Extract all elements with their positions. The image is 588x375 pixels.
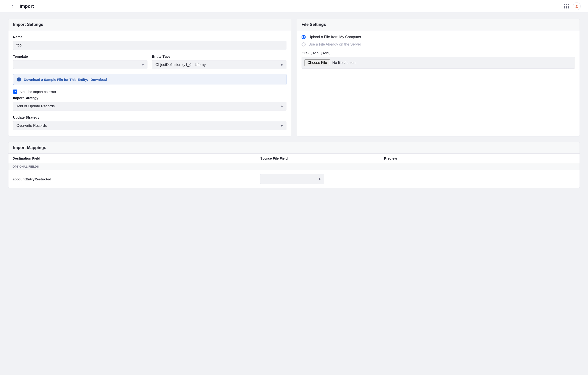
- file-status: No file chosen: [332, 61, 355, 65]
- server-radio: [302, 42, 306, 46]
- name-input[interactable]: [13, 41, 286, 50]
- entity-type-group: Entity Type ObjectDefinition (v1_0 - Lif…: [152, 55, 286, 69]
- template-select[interactable]: [13, 60, 147, 69]
- update-strategy-label: Update Strategy: [13, 115, 286, 119]
- name-group: Name: [13, 35, 286, 50]
- check-icon: [14, 90, 16, 93]
- sample-text: Download a Sample File for This Entity:: [24, 77, 88, 81]
- user-avatar[interactable]: [573, 2, 581, 10]
- mapping-src-cell: [260, 174, 384, 184]
- top-row: Import Settings Name Template: [8, 19, 580, 136]
- file-settings-body: Upload a File from My Computer Use a Fil…: [297, 31, 579, 75]
- optional-fields-label: OPTIONAL FIELDS: [9, 163, 579, 170]
- sample-file-alert: i Download a Sample File for This Entity…: [13, 74, 286, 85]
- import-strategy-group: Import Strategy Add or Update Records: [13, 96, 286, 111]
- upload-radio-row: Upload a File from My Computer: [302, 35, 575, 39]
- stop-on-error-checkbox[interactable]: [13, 89, 17, 94]
- template-group: Template: [13, 55, 147, 69]
- mapping-row: accountEntryRestricted: [9, 170, 579, 188]
- upload-radio[interactable]: [302, 35, 306, 39]
- update-strategy-select[interactable]: Overwrite Records: [13, 121, 286, 130]
- import-settings-header: Import Settings: [9, 19, 291, 31]
- upload-radio-label: Upload a File from My Computer: [308, 35, 361, 39]
- sample-download-link[interactable]: Download: [91, 77, 107, 81]
- user-icon: [575, 4, 579, 8]
- import-settings-card: Import Settings Name Template: [8, 19, 291, 136]
- col-src-header: Source File Field: [260, 156, 384, 160]
- entity-type-select[interactable]: ObjectDefinition (v1_0 - Liferay: [152, 60, 286, 69]
- topbar-right: [564, 2, 581, 10]
- back-button[interactable]: [9, 3, 16, 9]
- name-label: Name: [13, 35, 286, 39]
- import-strategy-value: Add or Update Records: [16, 104, 281, 108]
- caret-icon: [142, 63, 144, 66]
- file-group: File ( .json, .jsonl) Choose File No fil…: [302, 51, 575, 69]
- entity-type-label: Entity Type: [152, 55, 286, 58]
- mapping-headers: Destination Field Source File Field Prev…: [9, 154, 579, 163]
- stop-on-error-label: Stop the Import on Error: [20, 90, 56, 94]
- file-settings-card: File Settings Upload a File from My Comp…: [297, 19, 580, 136]
- file-input-wrap: Choose File No file chosen: [302, 57, 575, 69]
- server-radio-label: Use a File Already on the Server: [308, 42, 361, 46]
- file-label: File ( .json, .jsonl): [302, 51, 575, 55]
- caret-icon: [281, 63, 283, 67]
- server-radio-row: Use a File Already on the Server: [302, 42, 575, 46]
- caret-icon: [281, 104, 283, 108]
- page-title: Import: [20, 4, 34, 9]
- import-settings-body: Name Template Entity Type Obje: [9, 31, 291, 136]
- entity-type-value: ObjectDefinition (v1_0 - Liferay: [156, 63, 281, 67]
- import-mappings-body: Destination Field Source File Field Prev…: [9, 154, 579, 188]
- stop-on-error-row: Stop the Import on Error: [13, 89, 286, 94]
- update-strategy-group: Update Strategy Overwrite Records: [13, 115, 286, 130]
- import-mappings-card: Import Mappings Destination Field Source…: [8, 142, 580, 188]
- caret-icon: [281, 124, 283, 128]
- template-entity-row: Template Entity Type ObjectDefinition (v…: [13, 55, 286, 69]
- col-prev-header: Preview: [384, 156, 576, 160]
- caret-icon: [318, 177, 321, 181]
- update-strategy-value: Overwrite Records: [16, 124, 281, 128]
- import-strategy-label: Import Strategy: [13, 96, 286, 100]
- col-dest-header: Destination Field: [12, 156, 260, 160]
- import-mappings-header: Import Mappings: [9, 142, 579, 154]
- content: Import Settings Name Template: [0, 12, 588, 195]
- chevron-left-icon: [11, 5, 14, 8]
- mapping-source-select[interactable]: [260, 174, 324, 184]
- topbar-left: Import: [9, 3, 34, 9]
- apps-icon[interactable]: [564, 4, 569, 9]
- sample-alert-text: Download a Sample File for This Entity: …: [24, 77, 107, 81]
- mapping-dest: accountEntryRestricted: [12, 177, 260, 181]
- file-settings-header: File Settings: [297, 19, 579, 31]
- choose-file-button[interactable]: Choose File: [304, 59, 330, 66]
- import-strategy-select[interactable]: Add or Update Records: [13, 102, 286, 111]
- template-label: Template: [13, 55, 147, 58]
- topbar: Import: [0, 0, 588, 12]
- svg-point-0: [576, 5, 577, 6]
- info-icon: i: [17, 77, 21, 81]
